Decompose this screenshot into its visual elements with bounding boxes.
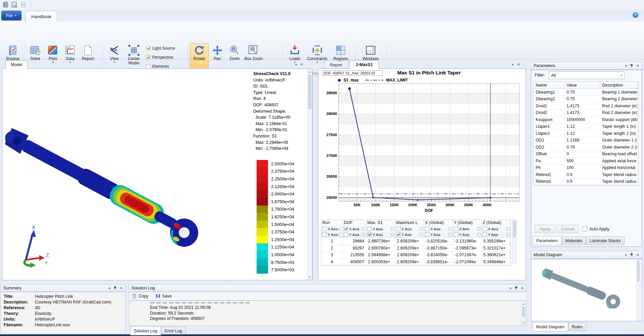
axis-checkbox[interactable] <box>367 232 372 237</box>
axis-checkbox[interactable] <box>454 227 458 231</box>
model-panel-scrollbar[interactable]: ▲ ▼ <box>307 69 312 280</box>
parameter-row[interactable]: Drod11.4173Rod 1 diameter (in) <box>534 103 638 110</box>
axis-option-checkbox[interactable] <box>391 227 394 230</box>
parameter-row[interactable]: Ksupport10000000Elastic support (lbf/ <box>534 116 638 123</box>
close-icon[interactable]: ✕ <box>120 286 123 290</box>
auto-apply-checkbox[interactable]: Auto Apply <box>582 226 609 231</box>
tab-rules[interactable]: Rules <box>568 323 586 331</box>
pin-icon[interactable] <box>630 253 633 257</box>
scroll-thumb[interactable] <box>637 261 639 282</box>
axis-option-checkbox[interactable] <box>506 227 509 230</box>
scroll-down-icon[interactable]: ▼ <box>308 275 312 279</box>
perspective-checkbox[interactable]: Perspective <box>146 55 173 60</box>
axis-checkbox[interactable] <box>396 227 400 231</box>
parameter-row[interactable]: Ltaper21.12Taper length 2 (in) <box>534 130 638 137</box>
parameter-row[interactable]: Ltaper11.12Taper length 1 (in) <box>534 123 638 130</box>
tab-model[interactable]: Model <box>5 60 28 69</box>
chart-plot-area[interactable] <box>338 83 520 203</box>
filter-select[interactable]: All ▾ <box>549 71 625 79</box>
axis-option-checkbox[interactable] <box>477 227 480 230</box>
help-icon[interactable]: ? <box>633 12 638 18</box>
pin-icon[interactable] <box>113 286 117 290</box>
new-model-icon[interactable] <box>2 1 9 10</box>
parameter-row[interactable]: Ph100Applied horizontal <box>534 165 638 172</box>
tab-parameters[interactable]: Parameters <box>533 236 562 245</box>
model-diagram-viewport[interactable] <box>531 259 642 321</box>
scroll-thumb[interactable] <box>522 306 525 317</box>
axis-checkbox[interactable] <box>483 232 487 237</box>
close-icon[interactable]: ✕ <box>300 62 303 67</box>
axis-option-checkbox[interactable] <box>448 227 451 230</box>
parameter-row[interactable]: OD11.2168Outer diameter 1 (i <box>534 137 638 144</box>
results-column-header[interactable]: DOFX AxisY Axis <box>343 220 366 238</box>
model-viewport[interactable]: X Z Y StressCheck V11.0Units: in/lbf/sec… <box>2 68 313 280</box>
solution-log-content[interactable]: End Time: Aug 31 2021 11:09:06Duration: … <box>129 300 527 326</box>
axis-checkbox[interactable] <box>425 232 429 237</box>
parameters-column-header[interactable]: Name <box>534 82 565 89</box>
checkbox[interactable] <box>582 226 587 231</box>
close-icon[interactable]: ✕ <box>517 62 520 67</box>
close-icon[interactable]: ✕ <box>636 253 639 257</box>
checkbox[interactable] <box>146 46 151 51</box>
panel-menu-icon[interactable]: ▾ <box>510 286 512 290</box>
tab-solution-log[interactable]: Solution Log <box>130 326 161 335</box>
tab-error-log[interactable]: Error Log <box>161 327 186 335</box>
pin-icon[interactable] <box>515 286 518 290</box>
checkbox[interactable] <box>146 55 151 60</box>
results-row[interactable]: 1296642.860736e+2.609209e+-3.820516e--2.… <box>321 238 511 245</box>
parameter-row[interactable]: Pa500Applied axial force <box>534 158 638 165</box>
scroll-down-icon[interactable]: ▼ <box>522 320 526 325</box>
axis-option-checkbox[interactable] <box>362 227 365 230</box>
tab-2-maxs1[interactable]: 2-MaxS1 <box>350 60 379 69</box>
model-diagram-scrollbar[interactable] <box>636 260 640 321</box>
parameter-row[interactable]: OD20.79Outer diameter 2 (i <box>534 144 638 151</box>
parameter-row[interactable]: Dbearing20.75Bearing 2 diameter <box>534 96 638 103</box>
axis-option-checkbox[interactable] <box>477 233 480 236</box>
results-column-header[interactable]: Maximum LX AxisY Axis <box>395 220 424 238</box>
results-table-scrollbar[interactable] <box>512 220 517 264</box>
parameters-column-header[interactable]: Description <box>600 82 638 89</box>
parameters-column-header[interactable]: Value <box>565 82 600 89</box>
axis-checkbox[interactable] <box>425 227 429 231</box>
parameter-row[interactable]: Offset0Bearing load offset <box>534 151 638 158</box>
save-button[interactable]: Save <box>156 294 172 298</box>
copy-button[interactable]: Copy <box>132 294 148 299</box>
results-column-header[interactable]: Z (Global)X AxisY Axis <box>482 220 511 238</box>
axis-option-checkbox[interactable] <box>448 233 451 236</box>
axis-checkbox[interactable] <box>483 227 487 231</box>
panel-menu-icon[interactable]: ▾ <box>512 63 514 66</box>
axis-option-checkbox[interactable] <box>362 233 365 236</box>
apply-button[interactable]: Apply <box>535 225 555 233</box>
axis-checkbox[interactable] <box>454 232 458 237</box>
results-column-header[interactable]: X (Global)X AxisY Axis <box>424 220 453 238</box>
panel-menu-icon[interactable]: ▾ <box>109 286 110 290</box>
axis-option-checkbox[interactable] <box>506 233 509 236</box>
panel-menu-icon[interactable]: ▾ <box>625 64 627 68</box>
tab-handbook[interactable]: Handbook <box>25 11 57 22</box>
axis-option-checkbox[interactable] <box>420 233 423 236</box>
file-menu-button[interactable]: File ▼ <box>1 11 21 20</box>
axis-checkbox[interactable] <box>344 232 348 237</box>
cancel-button[interactable]: Cancel <box>557 225 578 233</box>
axis-checkbox[interactable] <box>322 232 327 237</box>
axis-checkbox[interactable] <box>344 227 348 231</box>
tab-laminate-stacks[interactable]: Laminate Stacks <box>586 236 624 245</box>
axis-option-checkbox[interactable] <box>339 233 341 236</box>
solution-log-scrollbar[interactable]: ▲ ▼ <box>521 301 526 325</box>
panel-menu-icon[interactable]: ▾ <box>295 63 297 66</box>
tab-model-diagram[interactable]: Model Diagram <box>532 322 568 331</box>
results-row[interactable]: 44085072.600303e+2.609209e+-3.839651e--2… <box>321 259 511 266</box>
axis-checkbox[interactable] <box>367 227 372 231</box>
parameter-row[interactable]: Dbearing10.75Bearing 1 diameter <box>534 89 638 96</box>
scroll-up-icon[interactable]: ▲ <box>308 69 312 74</box>
parameter-row[interactable]: Drod21.4173Rod 2 diameter (in) <box>534 110 638 117</box>
checkbox[interactable] <box>146 64 151 69</box>
close-icon[interactable]: ✕ <box>521 286 524 290</box>
results-column-header[interactable]: RunX AxisY Axis <box>321 220 343 238</box>
scroll-up-icon[interactable]: ▲ <box>522 301 526 306</box>
pin-icon[interactable] <box>630 64 633 68</box>
scroll-thumb[interactable] <box>513 221 516 237</box>
results-column-header[interactable]: Max. S1X AxisY Axis <box>366 220 395 238</box>
save-model-icon[interactable] <box>11 1 18 10</box>
axis-option-checkbox[interactable] <box>420 227 423 230</box>
